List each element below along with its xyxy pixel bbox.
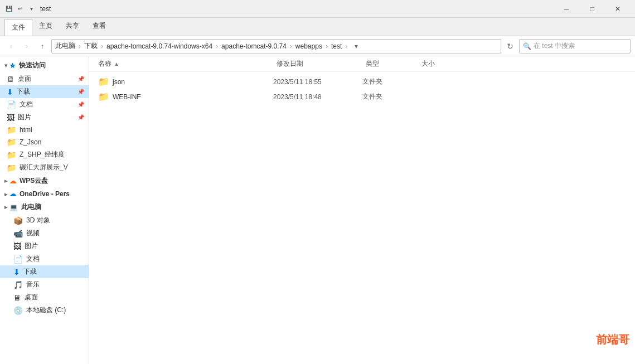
tab-file[interactable]: 文件 [4,19,32,36]
breadcrumb-pc[interactable]: 此电脑 [55,41,75,51]
sidebar-item-pc-download[interactable]: ⬇ 下载 [0,265,89,278]
file-type-json: 文件夹 [362,77,418,86]
quick-access-dropdown[interactable]: ▾ [27,4,36,13]
3d-icon: 📦 [13,216,23,225]
folder-icon-zshp: 📁 [7,151,16,159]
sidebar-item-pictures[interactable]: 🖼 图片 📌 [0,111,89,124]
sep3: › [216,42,218,50]
breadcrumb-tomcat-zip[interactable]: apache-tomcat-9.0.74-windows-x64 [106,42,212,50]
sidebar-item-3d[interactable]: 📦 3D 对象 [0,214,89,227]
sidebar-item-disk-c[interactable]: 💿 本地磁盘 (C:) [0,304,89,317]
breadcrumb-test[interactable]: test [331,42,342,50]
sidebar-item-pc-desktop[interactable]: 🖥 桌面 [0,291,89,304]
undo-icon[interactable]: ↩ [16,4,25,13]
sort-indicator: ▲ [114,61,119,67]
sidebar-label-3d: 3D 对象 [26,216,50,225]
video-icon: 📹 [13,229,23,238]
sidebar-item-docs[interactable]: 📄 文档 📌 [0,98,89,111]
music-icon: 🎵 [13,280,23,289]
search-placeholder: 在 test 中搜索 [534,41,575,51]
onedrive-label: OneDrive - Pers [20,190,70,198]
sidebar-label-pc-download: 下载 [23,267,37,276]
pin-icon-desktop: 📌 [77,76,84,82]
pin-icon-docs: 📌 [77,101,84,108]
sidebar-label-zshp: Z_SHP_经纬度 [20,150,65,159]
tab-share[interactable]: 共享 [59,18,86,36]
maximize-button[interactable]: □ [579,0,605,18]
up-button[interactable]: ↑ [36,40,49,53]
save-icon[interactable]: 💾 [4,4,13,13]
title-bar: 💾 ↩ ▾ test ─ □ ✕ [0,0,635,18]
quick-access-label: 快速访问 [19,61,46,70]
sidebar: ▾ ★ 快速访问 🖥 桌面 📌 ⬇ 下载 📌 📄 文档 📌 🖼 图片 📌 📁 h… [0,56,89,364]
forward-button[interactable]: › [20,40,33,53]
folder-icon-json: 📁 [98,76,109,87]
disk-icon: 💿 [13,306,23,315]
column-headers: 名称 ▲ 修改日期 类型 大小 [89,56,635,72]
file-date-webinf: 2023/5/11 18:48 [273,93,362,101]
sidebar-item-tanhui[interactable]: 📁 碳汇大屏展示_V [0,161,89,174]
tab-home[interactable]: 主页 [32,18,59,36]
back-button[interactable]: ‹ [4,40,18,53]
sidebar-item-download[interactable]: ⬇ 下载 📌 [0,85,89,98]
sidebar-item-html[interactable]: 📁 html [0,124,89,136]
sidebar-item-pc-pictures[interactable]: 🖼 图片 [0,240,89,253]
wps-cloud-header[interactable]: ▸ ☁ WPS云盘 [0,174,89,188]
file-name-webinf: 📁 WEB-INF [98,91,273,102]
onedrive-header[interactable]: ▸ ☁ OneDrive - Pers [0,188,89,200]
sep1: › [79,42,81,50]
download-icon: ⬇ [7,88,13,96]
this-pc-arrow: ▸ [4,204,7,210]
onedrive-arrow: ▸ [4,191,7,197]
window-controls: ─ □ ✕ [554,0,631,18]
address-bar[interactable]: 此电脑 › 下载 › apache-tomcat-9.0.74-windows-… [51,39,501,54]
file-type-webinf: 文件夹 [362,92,418,101]
pin-icon-download: 📌 [77,89,84,95]
sidebar-label-music: 音乐 [26,280,40,289]
search-bar[interactable]: 🔍 在 test 中搜索 [519,39,631,54]
refresh-button[interactable]: ↻ [503,40,517,53]
col-type-label: 类型 [366,60,379,67]
sidebar-item-zjson[interactable]: 📁 Z_Json [0,136,89,148]
col-header-type[interactable]: 类型 [366,59,421,69]
pin-icon-pictures: 📌 [77,114,84,120]
sidebar-label-html: html [20,126,32,134]
sep5: › [326,42,328,50]
sidebar-label-docs: 文档 [20,100,33,109]
this-pc-header[interactable]: ▸ 💻 此电脑 [0,200,89,214]
breadcrumb-tomcat[interactable]: apache-tomcat-9.0.74 [221,42,287,50]
sidebar-item-pc-docs[interactable]: 📄 文档 [0,253,89,265]
address-dropdown-button[interactable]: ▾ [351,42,362,50]
col-size-label: 大小 [421,60,435,67]
sidebar-label-disk-c: 本地磁盘 (C:) [26,305,66,315]
search-icon: 🔍 [523,42,531,50]
toolbar: ‹ › ↑ 此电脑 › 下载 › apache-tomcat-9.0.74-wi… [0,36,635,56]
download-icon2: ⬇ [13,268,20,276]
file-label-webinf: WEB-INF [113,93,141,101]
file-label-json: json [113,78,125,86]
folder-icon-zjson: 📁 [7,138,16,147]
sidebar-item-video[interactable]: 📹 视频 [0,227,89,240]
folder-icon-webinf: 📁 [98,91,109,102]
breadcrumb-download[interactable]: 下载 [84,41,98,51]
folder-icon-html: 📁 [7,125,16,134]
close-button[interactable]: ✕ [605,0,631,18]
quick-access-header[interactable]: ▾ ★ 快速访问 [0,59,89,72]
sidebar-label-desktop: 桌面 [18,74,31,84]
breadcrumb-webapps[interactable]: webapps [295,42,322,50]
ribbon: 文件 主页 共享 查看 [0,18,635,36]
sidebar-item-music[interactable]: 🎵 音乐 [0,278,89,291]
ribbon-tabs: 文件 主页 共享 查看 [0,18,635,36]
sidebar-label-pictures: 图片 [18,113,31,122]
col-header-name[interactable]: 名称 ▲ [98,59,277,69]
col-header-date[interactable]: 修改日期 [277,59,366,69]
file-row-webinf[interactable]: 📁 WEB-INF 2023/5/11 18:48 文件夹 [89,89,635,104]
col-header-size[interactable]: 大小 [421,59,477,69]
tab-view[interactable]: 查看 [86,18,113,36]
sidebar-label-download: 下载 [17,87,30,96]
this-pc-label: 此电脑 [21,202,41,212]
minimize-button[interactable]: ─ [554,0,579,18]
sidebar-item-desktop[interactable]: 🖥 桌面 📌 [0,72,89,85]
sidebar-item-zshp[interactable]: 📁 Z_SHP_经纬度 [0,148,89,161]
file-row-json[interactable]: 📁 json 2023/5/11 18:55 文件夹 [89,74,635,89]
